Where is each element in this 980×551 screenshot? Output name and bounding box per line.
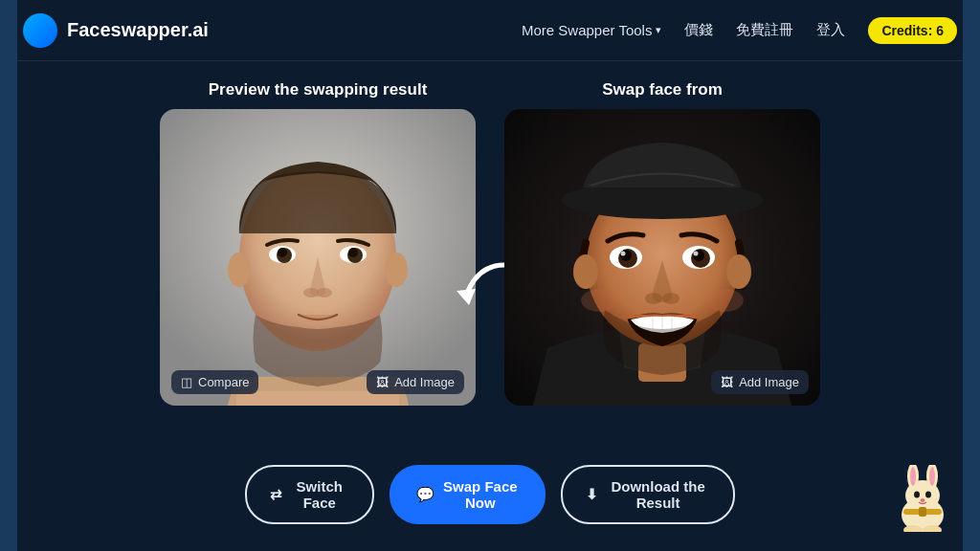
nav-tools[interactable]: More Swapper Tools ▾ — [522, 22, 661, 38]
nav-pricing[interactable]: 價錢 — [684, 21, 713, 39]
right-add-image-label: Add Image — [739, 375, 799, 389]
svg-point-42 — [929, 467, 935, 486]
svg-point-9 — [303, 288, 319, 298]
download-icon: ⬇ — [586, 486, 598, 503]
svg-point-8 — [348, 248, 358, 257]
svg-point-26 — [621, 252, 626, 256]
left-face-svg — [160, 109, 476, 406]
right-panel: Swap face from — [504, 80, 820, 406]
logo-text: Faceswapper.ai — [67, 19, 209, 41]
compare-button[interactable]: ◫ Compare — [171, 370, 258, 394]
compare-icon: ◫ — [181, 375, 192, 389]
swap-face-icon: 💬 — [416, 486, 434, 503]
left-panel: Preview the swapping result — [160, 80, 476, 406]
rabbit-mascot — [894, 465, 951, 532]
svg-point-7 — [278, 248, 287, 257]
svg-rect-47 — [919, 507, 926, 517]
nav-right: More Swapper Tools ▾ 價錢 免費註冊 登入 Credits:… — [522, 17, 957, 44]
left-image-card: ◫ Compare 🖼 Add Image — [160, 109, 476, 406]
svg-point-36 — [726, 254, 751, 289]
chevron-down-icon: ▾ — [656, 24, 661, 36]
svg-point-11 — [228, 253, 251, 287]
left-add-image-label: Add Image — [394, 375, 455, 389]
svg-point-43 — [914, 492, 920, 498]
header: Faceswapper.ai More Swapper Tools ▾ 價錢 免… — [0, 0, 980, 61]
swap-face-now-button[interactable]: 💬 Swap Face Now — [390, 465, 546, 524]
svg-point-27 — [694, 252, 699, 256]
bottom-buttons: ⇄ Switch Face 💬 Swap Face Now ⬇ Download… — [245, 465, 735, 524]
switch-face-label: Switch Face — [290, 478, 349, 511]
svg-point-29 — [662, 293, 679, 304]
download-result-button[interactable]: ⬇ Download the Result — [561, 465, 735, 524]
svg-point-28 — [645, 293, 662, 304]
right-panel-title: Swap face from — [602, 80, 723, 99]
svg-point-35 — [573, 254, 598, 289]
add-image-icon-left: 🖼 — [376, 375, 389, 389]
logo-icon — [23, 13, 57, 48]
download-result-label: Download the Result — [606, 478, 710, 511]
nav-login[interactable]: 登入 — [816, 21, 845, 39]
right-add-image-button[interactable]: 🖼 Add Image — [711, 370, 809, 394]
svg-rect-19 — [581, 187, 744, 203]
compare-label: Compare — [198, 375, 249, 389]
svg-point-10 — [317, 288, 332, 298]
right-face-svg — [504, 109, 820, 406]
nav-register[interactable]: 免費註冊 — [736, 21, 793, 39]
svg-point-33 — [581, 289, 619, 312]
add-image-icon-right: 🖼 — [721, 375, 733, 389]
svg-point-34 — [705, 289, 744, 312]
svg-point-45 — [921, 498, 925, 502]
switch-face-button[interactable]: ⇄ Switch Face — [245, 465, 374, 524]
switch-face-icon: ⇄ — [270, 486, 282, 503]
right-image-card: 🖼 Add Image — [504, 109, 820, 406]
swap-face-now-label: Swap Face Now — [442, 478, 520, 511]
logo-area: Faceswapper.ai — [23, 13, 209, 48]
left-add-image-button[interactable]: 🖼 Add Image — [367, 370, 464, 394]
svg-point-44 — [925, 492, 931, 498]
main-content: Preview the swapping result — [0, 61, 980, 425]
svg-point-12 — [385, 253, 408, 287]
svg-point-40 — [910, 467, 916, 486]
credits-badge[interactable]: Credits: 6 — [868, 17, 957, 44]
left-panel-title: Preview the swapping result — [209, 80, 428, 99]
